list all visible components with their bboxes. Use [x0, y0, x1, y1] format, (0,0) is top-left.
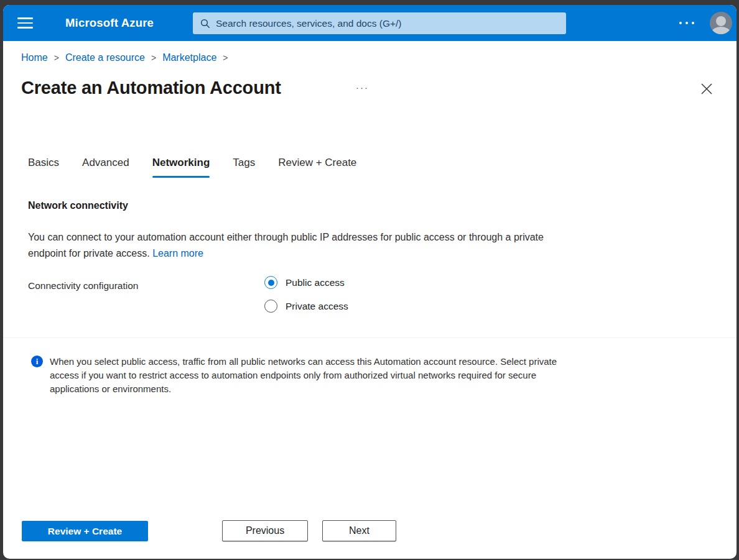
radio-selected-icon[interactable]	[264, 276, 277, 289]
avatar-shoulders-icon	[712, 27, 730, 34]
radio-unselected-icon[interactable]	[264, 300, 277, 313]
intro-text: You can connect to your automation accou…	[28, 229, 687, 262]
tab-networking[interactable]: Networking	[152, 157, 210, 177]
page-title: Create an Automation Account	[21, 78, 281, 98]
section-heading: Network connectivity	[28, 200, 128, 211]
review-create-button[interactable]: Review + Create	[22, 521, 148, 541]
intro-line2: endpoint for private access.	[28, 248, 150, 259]
wizard-tabs: Basics Advanced Networking Tags Review +…	[28, 157, 356, 177]
tab-review-create[interactable]: Review + Create	[278, 157, 356, 177]
learn-more-link[interactable]: Learn more	[152, 248, 203, 259]
breadcrumb-home[interactable]: Home	[21, 52, 48, 63]
search-placeholder: Search resources, services, and docs (G+…	[216, 18, 402, 29]
chevron-right-icon: >	[54, 53, 59, 63]
account-avatar[interactable]	[710, 12, 732, 34]
intro-line1: You can connect to your automation accou…	[28, 232, 544, 242]
chevron-right-icon: >	[151, 53, 156, 63]
previous-button[interactable]: Previous	[222, 520, 308, 541]
info-icon: i	[31, 356, 43, 367]
next-button[interactable]: Next	[322, 520, 396, 541]
radio-private-access[interactable]: Private access	[264, 300, 348, 313]
breadcrumb-create-a-resource[interactable]: Create a resource	[65, 52, 145, 63]
top-bar: Microsoft Azure Search resources, servic…	[3, 5, 737, 41]
hamburger-menu-icon[interactable]	[17, 16, 39, 30]
search-input[interactable]: Search resources, services, and docs (G+…	[193, 12, 566, 34]
title-more-options-icon[interactable]: ···	[356, 82, 369, 93]
tab-tags[interactable]: Tags	[233, 157, 255, 177]
section-divider	[3, 337, 737, 338]
chevron-right-icon: >	[223, 53, 228, 63]
portal-window: Microsoft Azure Search resources, servic…	[3, 5, 737, 559]
breadcrumb-marketplace[interactable]: Marketplace	[162, 52, 216, 63]
radio-public-access[interactable]: Public access	[264, 276, 348, 289]
brand-title[interactable]: Microsoft Azure	[65, 5, 154, 41]
connectivity-configuration-label: Connectivity configuration	[28, 280, 139, 291]
connectivity-radio-group: Public access Private access	[264, 276, 348, 313]
close-icon[interactable]	[699, 81, 714, 96]
info-note: When you select public access, traffic f…	[50, 355, 678, 396]
tab-basics[interactable]: Basics	[28, 157, 59, 177]
tab-advanced[interactable]: Advanced	[82, 157, 129, 177]
breadcrumb: Home > Create a resource > Marketplace >	[21, 52, 234, 63]
avatar-head-icon	[716, 16, 726, 26]
search-icon	[200, 19, 210, 29]
more-options-icon[interactable]	[679, 5, 694, 41]
